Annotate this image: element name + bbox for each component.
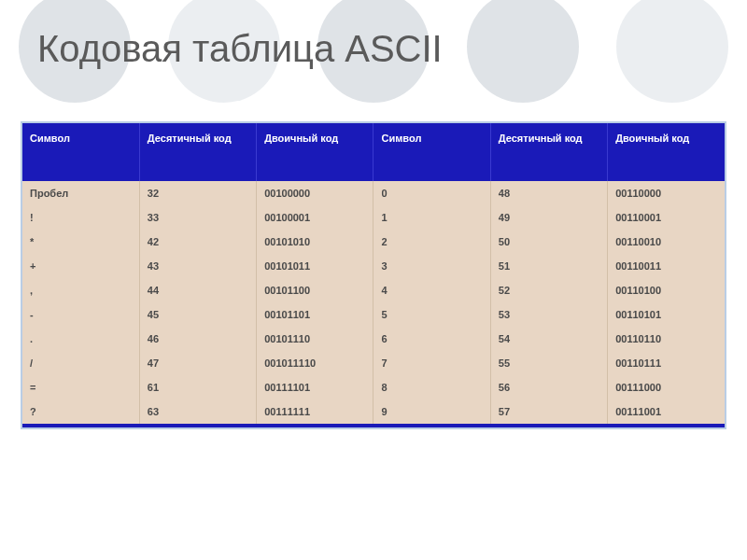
cell-decimal: 45 <box>139 302 256 327</box>
cell-symbol: 4 <box>374 278 490 302</box>
col-binary-2: Двоичный код <box>608 123 725 181</box>
cell-decimal: 44 <box>139 278 256 302</box>
table-row: =610011110185600111000 <box>22 375 725 399</box>
cell-symbol: = <box>22 375 139 399</box>
cell-symbol: 0 <box>374 181 490 205</box>
cell-binary: 001011110 <box>257 351 374 375</box>
table-row: -450010110155300110101 <box>22 302 725 327</box>
cell-decimal: 52 <box>490 278 607 302</box>
cell-binary: 00110110 <box>608 327 725 351</box>
cell-binary: 00110011 <box>608 254 725 278</box>
cell-decimal: 42 <box>139 230 256 254</box>
cell-binary: 00100000 <box>257 181 374 205</box>
cell-binary: 00101100 <box>257 278 374 302</box>
cell-symbol: 6 <box>374 327 490 351</box>
cell-binary: 00100001 <box>257 205 374 230</box>
cell-binary: 00110101 <box>608 302 725 327</box>
cell-decimal: 55 <box>490 351 607 375</box>
cell-decimal: 61 <box>139 375 256 399</box>
table-footer-bar <box>22 424 725 427</box>
table-row: !330010000114900110001 <box>22 205 725 230</box>
table-body: Пробел320010000004800110000!330010000114… <box>22 181 725 424</box>
cell-decimal: 63 <box>139 399 256 424</box>
table-row: ?630011111195700111001 <box>22 399 725 424</box>
col-decimal-1: Десятичный код <box>139 123 256 181</box>
cell-decimal: 47 <box>139 351 256 375</box>
table-row: .460010111065400110110 <box>22 327 725 351</box>
cell-symbol: 1 <box>374 205 490 230</box>
col-symbol-2: Символ <box>374 123 490 181</box>
cell-binary: 00110010 <box>608 230 725 254</box>
table-row: *420010101025000110010 <box>22 230 725 254</box>
cell-symbol: Пробел <box>22 181 139 205</box>
table-row: +430010101135100110011 <box>22 254 725 278</box>
cell-decimal: 33 <box>139 205 256 230</box>
cell-decimal: 49 <box>490 205 607 230</box>
cell-binary: 00101101 <box>257 302 374 327</box>
cell-symbol: + <box>22 254 139 278</box>
cell-binary: 00111111 <box>257 399 374 424</box>
cell-decimal: 57 <box>490 399 607 424</box>
cell-decimal: 53 <box>490 302 607 327</box>
cell-symbol: 5 <box>374 302 490 327</box>
cell-symbol: 2 <box>374 230 490 254</box>
cell-binary: 00101010 <box>257 230 374 254</box>
cell-symbol: - <box>22 302 139 327</box>
cell-binary: 00110000 <box>608 181 725 205</box>
cell-binary: 00111000 <box>608 375 725 399</box>
cell-decimal: 46 <box>139 327 256 351</box>
cell-symbol: 9 <box>374 399 490 424</box>
cell-symbol: 3 <box>374 254 490 278</box>
cell-decimal: 32 <box>139 181 256 205</box>
cell-decimal: 56 <box>490 375 607 399</box>
cell-symbol: 7 <box>374 351 490 375</box>
cell-binary: 00110001 <box>608 205 725 230</box>
cell-decimal: 48 <box>490 181 607 205</box>
cell-symbol: , <box>22 278 139 302</box>
cell-symbol: ? <box>22 399 139 424</box>
table-row: ,440010110045200110100 <box>22 278 725 302</box>
table-header-row: Символ Десятичный код Двоичный код Симво… <box>22 123 725 181</box>
table-row: /4700101111075500110111 <box>22 351 725 375</box>
cell-binary: 00111101 <box>257 375 374 399</box>
cell-binary: 00110111 <box>608 351 725 375</box>
cell-binary: 00110100 <box>608 278 725 302</box>
col-symbol-1: Символ <box>22 123 139 181</box>
col-binary-1: Двоичный код <box>257 123 374 181</box>
cell-decimal: 43 <box>139 254 256 278</box>
cell-decimal: 54 <box>490 327 607 351</box>
cell-binary: 00101011 <box>257 254 374 278</box>
table-row: Пробел320010000004800110000 <box>22 181 725 205</box>
page-title: Кодовая таблица ASCII <box>0 0 747 70</box>
cell-binary: 00101110 <box>257 327 374 351</box>
cell-decimal: 51 <box>490 254 607 278</box>
cell-symbol: 8 <box>374 375 490 399</box>
cell-binary: 00111001 <box>608 399 725 424</box>
cell-symbol: * <box>22 230 139 254</box>
ascii-table: Символ Десятичный код Двоичный код Симво… <box>22 123 725 424</box>
col-decimal-2: Десятичный код <box>490 123 607 181</box>
cell-decimal: 50 <box>490 230 607 254</box>
cell-symbol: ! <box>22 205 139 230</box>
ascii-table-container: Символ Десятичный код Двоичный код Симво… <box>21 121 726 429</box>
cell-symbol: . <box>22 327 139 351</box>
cell-symbol: / <box>22 351 139 375</box>
